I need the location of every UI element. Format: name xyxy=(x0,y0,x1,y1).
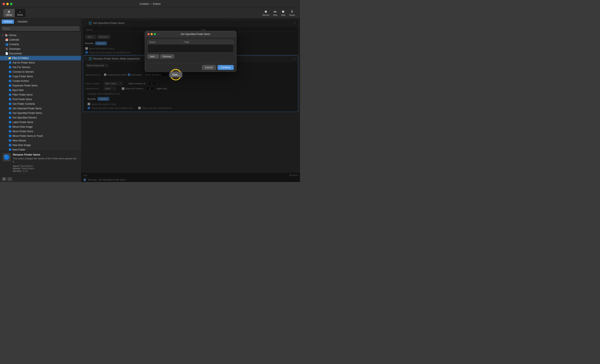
action-info-icon: 🔵 xyxy=(2,153,11,161)
finder-icon-12: 🔵 xyxy=(8,111,12,115)
finder-icon-13: 🔵 xyxy=(8,116,12,119)
sidebar-item-connect-servers[interactable]: 🔵 Connect to Servers xyxy=(0,70,81,74)
content-area: ▼ 🔵 Get Specified Finder Items ✕ Name Pa… xyxy=(81,18,300,182)
sidebar-item-contacts[interactable]: 👥 Contacts xyxy=(0,42,81,47)
sidebar-item-new-folder[interactable]: 🔵 New Folder xyxy=(0,147,81,151)
modal-buttons: Add... Remove xyxy=(148,54,234,58)
sidebar-item-documents[interactable]: 📄 Documents xyxy=(0,51,81,56)
sidebar-item-label-finder[interactable]: 🔵 Label Finder Items xyxy=(0,120,81,125)
sidebar-item-library[interactable]: ▼ 📚 Library xyxy=(0,33,81,37)
modal-minimize-btn[interactable] xyxy=(151,33,153,35)
sidebar-item-files-folders[interactable]: ▼ 📁 Files & Folders xyxy=(0,56,81,60)
minimize-button[interactable] xyxy=(6,3,9,5)
sidebar-item-get-selected[interactable]: 🔵 Get Selected Finder Items xyxy=(0,106,81,111)
modal-dialog: Get Specified Finder Items Name Path Add… xyxy=(145,31,236,72)
media-button[interactable]: ♪ Media xyxy=(15,9,25,17)
toolbar-left: ⊞ Library ♪ Media xyxy=(3,9,25,17)
sidebar-item-copy-finder[interactable]: 🔵 Copy Finder Items xyxy=(0,74,81,79)
finder-icon-11: 🔵 xyxy=(8,107,12,110)
info-metadata: Input: Files/Folders Result: Files/Folde… xyxy=(13,165,79,172)
sidebar-tree: ▼ 📚 Library 📅 Calendar 👥 Contacts ✂️ Dev… xyxy=(0,32,81,151)
sidebar-item-new-disk[interactable]: 🔵 New Disk Image xyxy=(0,143,81,147)
library-button[interactable]: ⊞ Library xyxy=(3,9,15,17)
modal-add-button[interactable]: Add... xyxy=(148,54,159,58)
info-result: Result: Files/Folders xyxy=(13,167,79,170)
sidebar-item-ask-finder[interactable]: 🔵 Ask for Finder Items xyxy=(0,60,81,65)
modal-close-btn[interactable] xyxy=(148,33,150,35)
finder-icon-17: 🔵 xyxy=(8,134,12,138)
tab-actions[interactable]: Actions xyxy=(2,19,14,24)
finder-icon-5: 🔵 xyxy=(8,79,12,83)
sidebar: Actions Variables ▼ 📚 Library 📅 Calendar… xyxy=(0,18,81,182)
modal-table-header: Name Path xyxy=(148,40,234,44)
finder-icon-8: 🔵 xyxy=(8,93,12,96)
close-button[interactable] xyxy=(2,3,5,5)
sidebar-item-new-aliases[interactable]: 🔵 New Aliases xyxy=(0,138,81,143)
modal-titlebar: Get Specified Finder Items xyxy=(145,31,236,37)
stop-button[interactable]: ⏹ Stop xyxy=(279,9,287,17)
chevron-down-icon-2: ▼ xyxy=(5,57,7,59)
finder-icon-20: 🔵 xyxy=(8,148,12,151)
lib-media-group: ⊞ Library ♪ Media xyxy=(3,9,25,17)
tab-variables[interactable]: Variables xyxy=(15,19,29,24)
finder-icon-4: 🔵 xyxy=(8,75,12,78)
pause-icon: ⏸ xyxy=(291,10,294,14)
finder-icon-2: 🔵 xyxy=(8,66,12,69)
record-button[interactable]: ⏺ Record xyxy=(261,9,271,17)
documents-icon: 📄 xyxy=(5,52,8,55)
files-folders-icon: 📁 xyxy=(8,56,11,60)
info-title: Rename Finder Items xyxy=(13,153,79,156)
modal-footer: Cancel Continue xyxy=(145,63,236,72)
sidebar-item-move-trash[interactable]: 🔵 Move Finder Items to Trash xyxy=(0,134,81,138)
sidebar-search-area xyxy=(0,25,81,32)
info-description: This action changes the names of the Fin… xyxy=(13,157,79,164)
toolbar: ⊞ Library ♪ Media ⏺ Record ⏭ Step ⏹ Stop… xyxy=(0,8,300,18)
sidebar-item-get-folder[interactable]: 🔵 Get Folder Contents xyxy=(0,102,81,106)
modal-zoom-btn[interactable] xyxy=(154,33,156,35)
finder-icon-9: 🔵 xyxy=(8,98,12,101)
finder-icon-7: 🔵 xyxy=(8,89,12,92)
sidebar-item-eject[interactable]: 🔵 Eject Disk xyxy=(0,88,81,92)
sidebar-item-developer[interactable]: ✂️ Developer xyxy=(0,47,81,51)
sidebar-item-mount-disk[interactable]: 🔵 Mount Disk Image xyxy=(0,125,81,129)
pause-button[interactable]: ⏸ Pause xyxy=(288,9,297,17)
sidebar-bottom-bar: ⚙ ✓ xyxy=(0,176,81,182)
step-button[interactable]: ⏭ Step xyxy=(271,9,279,17)
info-text-block: Rename Finder Items This action changes … xyxy=(13,153,79,174)
sidebar-item-move-finder[interactable]: 🔵 Move Finder Items xyxy=(0,129,81,134)
titlebar: Untitled — Edited xyxy=(0,0,300,8)
sidebar-item-calendar[interactable]: 📅 Calendar xyxy=(0,37,81,42)
traffic-lights xyxy=(2,3,12,5)
sidebar-item-get-servers[interactable]: 🔵 Get Specified Servers xyxy=(0,115,81,120)
finder-icon-6: 🔵 xyxy=(8,84,12,87)
sidebar-item-ask-servers[interactable]: 🔵 Ask For Servers xyxy=(0,65,81,70)
modal-remove-button[interactable]: Remove xyxy=(160,54,174,58)
finder-icon-14: 🔵 xyxy=(8,121,12,124)
contacts-icon: 👥 xyxy=(5,43,8,46)
sidebar-tabs: Actions Variables xyxy=(0,18,81,25)
record-icon: ⏺ xyxy=(264,10,268,14)
modal-continue-button[interactable]: Continue xyxy=(217,65,234,70)
finder-icon-19: 🔵 xyxy=(8,144,12,147)
info-input: Input: Files/Folders xyxy=(13,165,79,167)
modal-col-name: Name xyxy=(148,40,183,44)
sidebar-check-button[interactable]: ✓ xyxy=(8,177,12,181)
step-icon: ⏭ xyxy=(273,10,277,14)
sidebar-item-find-finder[interactable]: 🔵 Find Finder Items xyxy=(0,97,81,102)
main-layout: Actions Variables ▼ 📚 Library 📅 Calendar… xyxy=(0,18,300,182)
modal-body: Name Path Add... Remove xyxy=(145,37,236,63)
finder-icon-16: 🔵 xyxy=(8,130,12,133)
sidebar-item-get-specified[interactable]: 🔵 Get Specified Finder Items xyxy=(0,111,81,115)
sidebar-settings-button[interactable]: ⚙ xyxy=(2,177,6,181)
modal-cancel-button[interactable]: Cancel xyxy=(202,65,216,70)
finder-icon-1: 🔵 xyxy=(8,61,12,64)
sidebar-item-duplicate-finder[interactable]: 🔵 Duplicate Finder Items xyxy=(0,83,81,88)
zoom-button[interactable] xyxy=(10,3,12,5)
sidebar-item-filter-finder[interactable]: 🔵 Filter Finder Items xyxy=(0,92,81,97)
media-icon: ♪ xyxy=(19,10,21,13)
modal-title: Get Specified Finder Items xyxy=(157,33,234,36)
info-version: Version: 1.3.2 xyxy=(13,170,79,172)
sidebar-item-create-archive[interactable]: 🔵 Create Archive xyxy=(0,79,81,83)
library-folder-icon: 📚 xyxy=(5,34,8,37)
search-input[interactable] xyxy=(2,27,79,31)
